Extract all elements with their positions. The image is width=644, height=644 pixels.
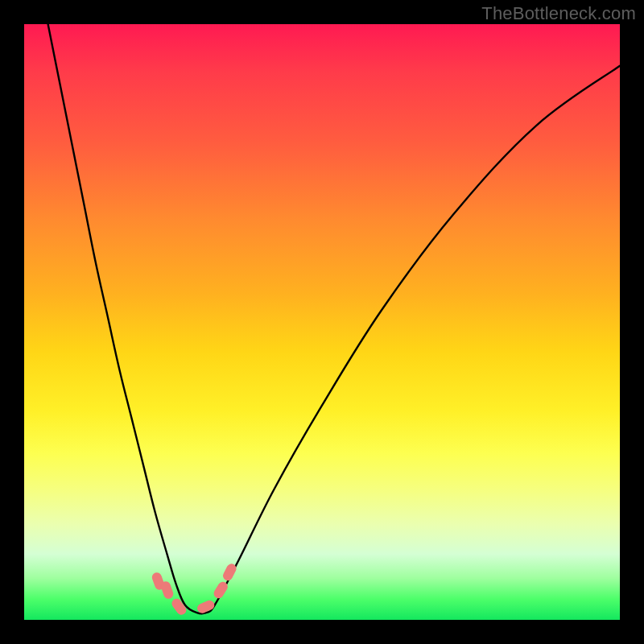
bottleneck-curve xyxy=(48,24,620,613)
curve-layer xyxy=(24,24,620,620)
chart-frame: TheBottleneck.com xyxy=(0,0,644,644)
watermark-text: TheBottleneck.com xyxy=(481,3,636,24)
marker-layer xyxy=(151,562,237,617)
plot-area xyxy=(24,24,620,620)
